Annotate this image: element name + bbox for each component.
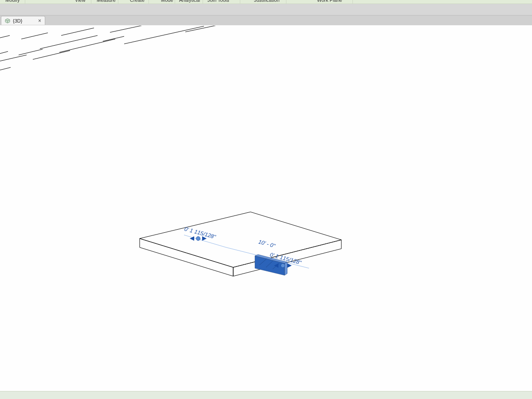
ribbon-separator bbox=[352, 0, 353, 4]
ribbon-panel-labels: ModifyViewMeasureCreateModeAnalyticalJoi… bbox=[0, 0, 532, 4]
temporary-dimensions: 0' 1 115/128" 10' - 0" 0' 1 115/128" bbox=[184, 226, 309, 268]
ribbon-separator bbox=[91, 0, 91, 4]
reference-lines bbox=[0, 26, 253, 72]
svg-line-12 bbox=[0, 67, 11, 72]
ribbon-group-label: Justification bbox=[254, 0, 279, 3]
svg-line-10 bbox=[103, 36, 124, 41]
svg-line-3 bbox=[21, 33, 48, 39]
dim-span: 10' - 0" bbox=[258, 239, 276, 249]
status-bar bbox=[0, 391, 532, 399]
view-tab-label: {3D} bbox=[13, 18, 35, 23]
svg-line-7 bbox=[0, 51, 8, 56]
view-tab-bar: {3D} × bbox=[0, 16, 532, 25]
quickaccess-strip bbox=[0, 4, 532, 16]
ribbon-separator bbox=[175, 0, 175, 4]
close-icon[interactable]: × bbox=[38, 18, 41, 24]
ribbon-group-label: Create bbox=[130, 0, 145, 3]
svg-line-2 bbox=[0, 35, 10, 40]
svg-line-15 bbox=[59, 39, 115, 52]
svg-marker-32 bbox=[287, 263, 292, 268]
ribbon-group-label: View bbox=[75, 0, 86, 3]
svg-line-8 bbox=[19, 49, 43, 55]
ribbon-group-label: Measure bbox=[97, 0, 116, 3]
svg-marker-16 bbox=[140, 212, 341, 267]
view-tab-3d[interactable]: {3D} × bbox=[1, 16, 45, 25]
ribbon-group-label: Analytical bbox=[179, 0, 200, 3]
ribbon-separator bbox=[149, 0, 149, 4]
svg-line-6 bbox=[185, 26, 253, 32]
svg-line-14 bbox=[33, 51, 70, 59]
ribbon-separator bbox=[118, 0, 118, 4]
floor-slab[interactable] bbox=[140, 212, 341, 276]
ribbon-group-label: Modify bbox=[5, 0, 20, 3]
svg-line-5 bbox=[110, 26, 172, 32]
ribbon-separator bbox=[286, 0, 286, 4]
ribbon-group-label: Work Plane bbox=[317, 0, 342, 3]
ribbon-separator bbox=[203, 0, 203, 4]
svg-line-9 bbox=[40, 35, 98, 49]
svg-line-4 bbox=[61, 28, 94, 35]
cube-3d-icon bbox=[5, 18, 10, 23]
svg-line-11 bbox=[124, 26, 204, 44]
ribbon-group-label: Mode bbox=[161, 0, 173, 3]
svg-point-22 bbox=[196, 237, 200, 241]
ribbon-group-label: Join Tools bbox=[207, 0, 229, 3]
svg-marker-17 bbox=[140, 239, 233, 276]
svg-marker-26 bbox=[285, 262, 287, 275]
ribbon-separator bbox=[240, 0, 240, 4]
svg-line-13 bbox=[0, 55, 27, 62]
svg-point-31 bbox=[281, 264, 285, 268]
ribbon-separator bbox=[25, 0, 25, 4]
drawing-canvas[interactable]: 0' 1 115/128" 10' - 0" 0' 1 115/128" bbox=[0, 26, 532, 399]
